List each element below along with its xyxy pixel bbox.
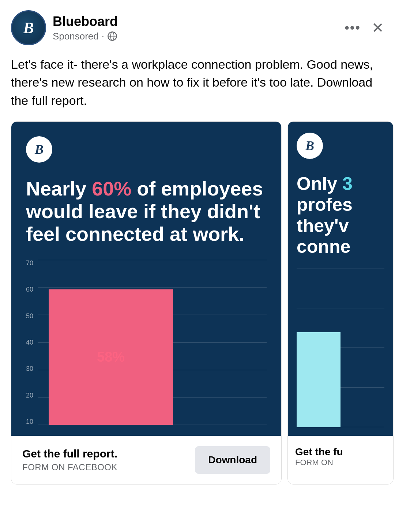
post-header: B Blueboard Sponsored · ••• ✕ [11,10,384,45]
brand-meta: Sponsored · [53,31,118,42]
card-headline-main: Nearly 60% of employees would leave if t… [26,177,267,245]
footer-title-main: Get the full report. [22,448,117,460]
card-logo-main: B [26,136,52,163]
headline-highlight: 60% [92,178,131,200]
more-options-button[interactable]: ••• [345,20,361,35]
bar-pink: 58% [49,289,173,425]
secondary-headline-rest: profesthey'vconne [297,194,353,257]
sponsored-label: Sponsored [53,31,99,42]
globe-icon [107,31,117,41]
dot-separator: · [102,31,104,42]
cards-carousel: B Nearly 60% of employees would leave if… [0,121,395,484]
ad-card-main[interactable]: B Nearly 60% of employees would leave if… [11,121,282,484]
chart-area-main: 10 20 30 40 50 60 70 [26,260,267,425]
brand-name: Blueboard [53,14,118,29]
secondary-headline-part1: Only [297,174,342,194]
card-image-main: B Nearly 60% of employees would leave if… [11,122,281,436]
card-image-secondary: B Only 3 profesthey'vconne [288,122,393,436]
card-footer-main: Get the full report. FORM ON FACEBOOK Do… [11,436,281,484]
header-actions: ••• ✕ [345,19,384,36]
secondary-headline-highlight: 3 [342,174,353,194]
headline-part1: Nearly [26,178,92,200]
bar-label: 58% [97,349,125,365]
footer-sub-secondary: FORM ON [295,458,386,467]
card-headline-secondary: Only 3 profesthey'vconne [297,174,384,258]
close-button[interactable]: ✕ [372,19,384,36]
bar-cyan [297,332,341,427]
footer-sub-main: FORM ON FACEBOOK [22,462,117,472]
brand-info: Blueboard Sponsored · [53,14,118,42]
ad-card-secondary[interactable]: B Only 3 profesthey'vconne [287,121,394,484]
footer-title-secondary: Get the fu [295,446,386,458]
download-button[interactable]: Download [195,446,270,474]
card-logo-secondary: B [297,133,323,159]
chart-y-labels: 10 20 30 40 50 60 70 [26,260,33,425]
post-text: Let's face it- there's a workplace conne… [11,56,384,110]
chart-plot-secondary [297,269,384,427]
card-footer-secondary: Get the fu FORM ON [288,436,393,478]
chart-plot-main: 58% [38,260,267,425]
header-left: B Blueboard Sponsored · [11,10,118,45]
brand-avatar: B [11,10,46,45]
post-container: B Blueboard Sponsored · ••• ✕ [0,0,395,484]
